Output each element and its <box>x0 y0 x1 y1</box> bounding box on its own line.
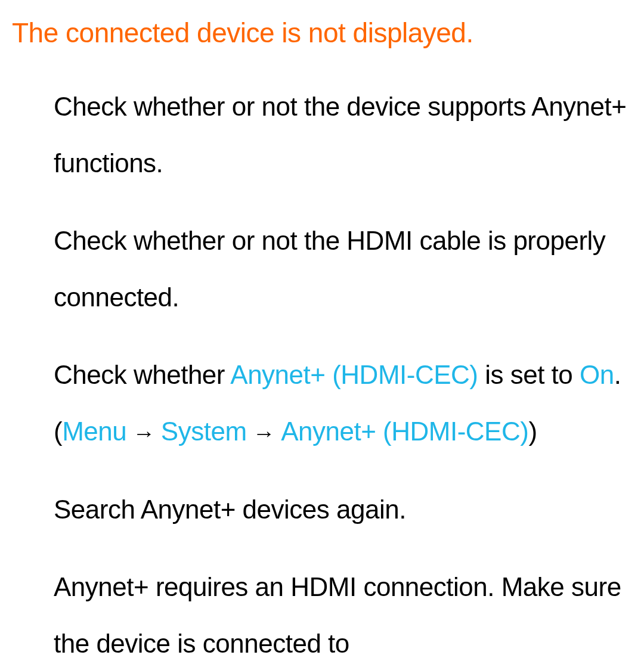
menu-path-step: Menu <box>62 417 126 446</box>
arrow-right-icon: → <box>247 421 281 446</box>
setting-value: On <box>580 360 614 389</box>
help-page: The connected device is not displayed. C… <box>0 0 644 658</box>
troubleshoot-list: Check whether or not the device supports… <box>12 79 632 658</box>
list-item: Check whether or not the HDMI cable is p… <box>54 213 632 325</box>
menu-path-step: System <box>161 417 247 446</box>
text: is set to <box>478 360 580 389</box>
setting-name: Anynet+ (HDMI-CEC) <box>230 360 478 389</box>
list-item: Anynet+ requires an HDMI connection. Mak… <box>54 559 632 658</box>
text: ) <box>528 417 537 446</box>
arrow-right-icon: → <box>126 421 161 446</box>
list-item: Check whether Anynet+ (HDMI-CEC) is set … <box>54 347 632 460</box>
list-item: Check whether or not the device supports… <box>54 79 632 191</box>
text: Check whether <box>54 360 230 389</box>
menu-path-step: Anynet+ (HDMI-CEC) <box>281 417 528 446</box>
section-heading: The connected device is not displayed. <box>12 17 632 49</box>
list-item: Search Anynet+ devices again. <box>54 482 632 538</box>
